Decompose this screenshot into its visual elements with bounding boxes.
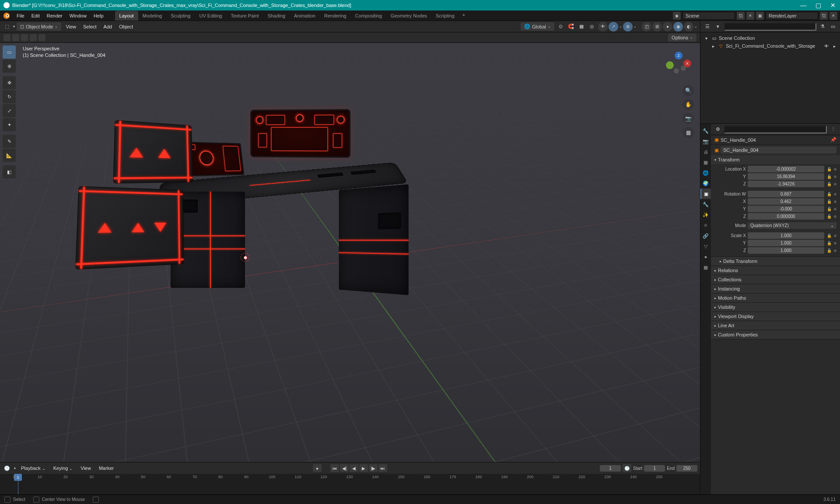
lock-icon[interactable]: 🔓 (826, 199, 832, 205)
tab-tool[interactable]: 🔧 (700, 126, 711, 136)
workspace-tab-sculpting[interactable]: Sculpting (166, 11, 195, 21)
overlays-toggle[interactable]: ⊕ (623, 22, 633, 32)
location-x-field[interactable]: -0.000002 (748, 166, 824, 172)
options-icon[interactable]: ⋮ (829, 125, 837, 134)
workspace-tab-rendering[interactable]: Rendering (320, 11, 351, 21)
shading-wireframe[interactable]: ⊞ (652, 22, 662, 32)
tab-output[interactable]: 🖨 (700, 147, 711, 157)
select-tool-setting-3[interactable] (21, 34, 28, 41)
rotation-mode-dropdown[interactable]: Quaternion (WXYZ)⌄ (748, 222, 836, 229)
menu-object[interactable]: Object (116, 23, 136, 31)
close-button[interactable]: ✕ (830, 2, 836, 9)
start-frame-field[interactable]: 1 (644, 465, 665, 472)
workspace-tab-layout[interactable]: Layout (115, 11, 138, 21)
selectability-icon[interactable]: 👁 (598, 22, 608, 32)
gizmo-neg-axis[interactable] (674, 68, 679, 74)
lock-icon[interactable]: 🔓 (826, 206, 832, 212)
viewlayer-delete-button[interactable]: ✕ (830, 12, 837, 20)
3d-viewport[interactable]: ▭ ⊕ ✥ ↻ ⤢ ✦ ✎ 📐 ◧ User Perspective (1) S… (0, 43, 700, 462)
expand-icon[interactable]: ▸ (710, 43, 716, 49)
rotation-w-field[interactable]: 0.887 (748, 191, 824, 197)
scale-y-field[interactable]: 1.000 (748, 240, 824, 246)
select-tool-setting-1[interactable] (4, 34, 10, 41)
viewlayer-new-button[interactable]: ⿻ (820, 12, 828, 20)
tab-constraints[interactable]: 🔗 (700, 231, 711, 241)
animate-dot[interactable] (834, 249, 836, 252)
keyframe-next-button[interactable]: |▶ (369, 464, 378, 472)
animate-dot[interactable] (834, 215, 836, 218)
tree-item-scene-collection[interactable]: ▾ ▭ Scene Collection (700, 34, 840, 42)
panel-header-transform[interactable]: ▾ Transform (711, 155, 840, 164)
tab-object[interactable]: ▣ (700, 189, 711, 199)
shading-rendered[interactable]: ◐ (684, 22, 693, 32)
snap-target-icon[interactable]: ▦ (577, 22, 586, 31)
workspace-tab-uv[interactable]: UV Editing (195, 11, 226, 21)
outliner-editor-type-icon[interactable]: ☰ (703, 22, 712, 31)
mode-dropdown[interactable]: ◻ Object Mode ⌄ (17, 22, 61, 31)
panel-header[interactable]: ▸Visibility (711, 303, 840, 312)
workspace-add-button[interactable]: + (459, 11, 469, 21)
lock-icon[interactable]: 🔓 (826, 181, 832, 187)
tab-physics[interactable]: ⚛ (700, 220, 711, 231)
tab-scene[interactable]: 🌐 (700, 168, 711, 178)
tab-texture[interactable]: ▦ (700, 262, 711, 273)
properties-editor-type-icon[interactable]: ⚙ (714, 125, 722, 134)
scale-x-field[interactable]: 1.000 (748, 232, 824, 239)
playhead[interactable]: 1 (14, 474, 22, 481)
chevron-down-icon[interactable]: ⌄ (634, 24, 637, 28)
scale-z-field[interactable]: 1.000 (748, 247, 824, 254)
shading-material[interactable]: ◉ (673, 22, 683, 32)
new-collection-icon[interactable]: ▭ (829, 22, 837, 31)
timeline-editor-type-icon[interactable]: 🕐 (3, 464, 11, 472)
scene-name-field[interactable]: Scene (682, 12, 735, 20)
workspace-tab-compositing[interactable]: Compositing (351, 11, 386, 21)
editor-type-icon[interactable]: ⬚ (3, 22, 11, 31)
menu-file[interactable]: File (13, 12, 28, 20)
filter-icon[interactable]: ⚗ (818, 22, 827, 31)
panel-header[interactable]: ▸Custom Properties (711, 330, 840, 339)
viewlayer-name-field[interactable]: RenderLayer (766, 12, 818, 20)
lock-icon[interactable]: 🔓 (826, 174, 832, 180)
scene-browse-icon[interactable]: ◉ (673, 12, 681, 20)
viewlayer-browse-icon[interactable]: ▦ (756, 12, 764, 20)
select-tool-setting-2[interactable] (12, 34, 19, 41)
minimize-button[interactable]: — (800, 2, 807, 9)
tool-transform[interactable]: ✦ (3, 118, 16, 131)
animate-dot[interactable] (834, 234, 836, 237)
lock-icon[interactable]: 🔓 (826, 191, 832, 197)
animate-dot[interactable] (834, 168, 836, 171)
menu-render[interactable]: Render (43, 12, 66, 20)
lock-icon[interactable]: 🔓 (826, 214, 832, 220)
animate-dot[interactable] (834, 183, 836, 186)
gizmo-y-axis[interactable] (666, 61, 674, 69)
current-frame-field[interactable]: 1 (600, 465, 621, 472)
rotation-y-field[interactable]: -0.000 (748, 206, 824, 212)
perspective-toggle-icon[interactable]: ▦ (682, 127, 694, 138)
tab-data[interactable]: ▽ (700, 241, 711, 252)
tool-annotate[interactable]: ✎ (3, 135, 16, 148)
camera-view-icon[interactable]: 📷 (682, 113, 694, 124)
tab-particles[interactable]: ✨ (700, 210, 711, 220)
rotation-z-field[interactable]: 0.000000 (748, 213, 824, 220)
menu-view[interactable]: View (63, 23, 79, 31)
timeline-ruler[interactable]: 1 01020304050607080901001101201301401501… (0, 474, 700, 494)
lock-icon[interactable]: 🔓 (826, 248, 832, 254)
workspace-tab-modeling[interactable]: Modeling (138, 11, 167, 21)
select-tool-setting-5[interactable] (38, 34, 46, 41)
outliner-tree[interactable]: ▾ ▭ Scene Collection ▸ ▽ Sci_Fi_Command_… (700, 32, 840, 123)
animate-dot[interactable] (834, 200, 836, 203)
disable-icon[interactable]: ▸ (831, 43, 837, 49)
play-reverse-button[interactable]: ◀ (350, 464, 358, 472)
eye-icon[interactable]: 👁 (823, 43, 830, 49)
keyframe-prev-button[interactable]: ◀| (340, 464, 349, 472)
animate-dot[interactable] (834, 208, 836, 210)
jump-end-button[interactable]: ⏭ (378, 464, 387, 472)
tool-rotate[interactable]: ↻ (3, 90, 16, 103)
gizmo-neg-axis[interactable] (681, 66, 686, 71)
maximize-button[interactable]: ▢ (815, 2, 822, 9)
menu-add[interactable]: Add (101, 23, 115, 31)
tool-select-box[interactable]: ▭ (3, 46, 16, 59)
pin-icon[interactable]: 📌 (830, 137, 836, 143)
tab-modifiers[interactable]: 🔧 (700, 199, 711, 210)
tool-add-cube[interactable]: ◧ (3, 165, 16, 178)
